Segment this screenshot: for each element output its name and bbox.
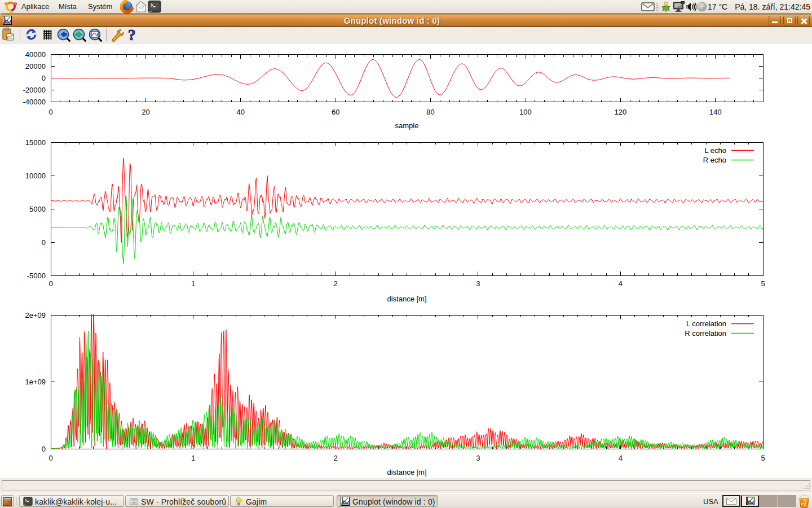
svg-text:10000: 10000 (25, 172, 46, 180)
svg-text:3: 3 (476, 454, 480, 462)
svg-text:?: ? (128, 27, 136, 43)
svg-text:5000: 5000 (29, 205, 46, 213)
svg-text:-40000: -40000 (23, 98, 46, 106)
svg-text:1: 1 (191, 454, 195, 462)
svg-text:0: 0 (48, 279, 52, 288)
svg-text:140: 140 (709, 108, 722, 116)
svg-text:3: 3 (476, 279, 480, 288)
svg-text:2: 2 (334, 454, 338, 462)
svg-text:20: 20 (142, 108, 149, 116)
svg-text:2e+09: 2e+09 (25, 311, 46, 319)
svg-text:distance [m]: distance [m] (387, 468, 426, 476)
svg-text:15000: 15000 (25, 138, 46, 147)
svg-text:2: 2 (334, 279, 338, 288)
svg-text:0: 0 (48, 454, 52, 462)
svg-text:sample: sample (395, 121, 419, 130)
svg-text:60: 60 (332, 108, 339, 116)
svg-text:100: 100 (519, 108, 532, 116)
svg-text:distance [m]: distance [m] (387, 295, 426, 303)
svg-text:L echo: L echo (704, 146, 726, 155)
svg-text:4: 4 (619, 279, 623, 288)
svg-text:R echo: R echo (703, 156, 726, 164)
svg-text:5: 5 (761, 454, 765, 462)
svg-text:40: 40 (237, 108, 245, 116)
svg-text:-20000: -20000 (23, 86, 46, 94)
svg-text:R correlation: R correlation (685, 329, 726, 338)
svg-text:80: 80 (426, 108, 434, 116)
svg-text:0: 0 (42, 74, 46, 82)
svg-text:L correlation: L correlation (686, 319, 726, 328)
svg-text:1e+09: 1e+09 (25, 378, 46, 386)
svg-text:1: 1 (191, 279, 195, 288)
svg-text:40000: 40000 (25, 50, 46, 59)
svg-text:0: 0 (48, 108, 52, 116)
svg-text:0: 0 (42, 238, 46, 247)
svg-text:-5000: -5000 (27, 271, 46, 280)
svg-text:120: 120 (615, 108, 627, 116)
svg-text:20000: 20000 (25, 62, 46, 71)
svg-text:4: 4 (619, 454, 623, 462)
svg-text:0: 0 (42, 445, 46, 453)
svg-text:5: 5 (761, 279, 765, 288)
